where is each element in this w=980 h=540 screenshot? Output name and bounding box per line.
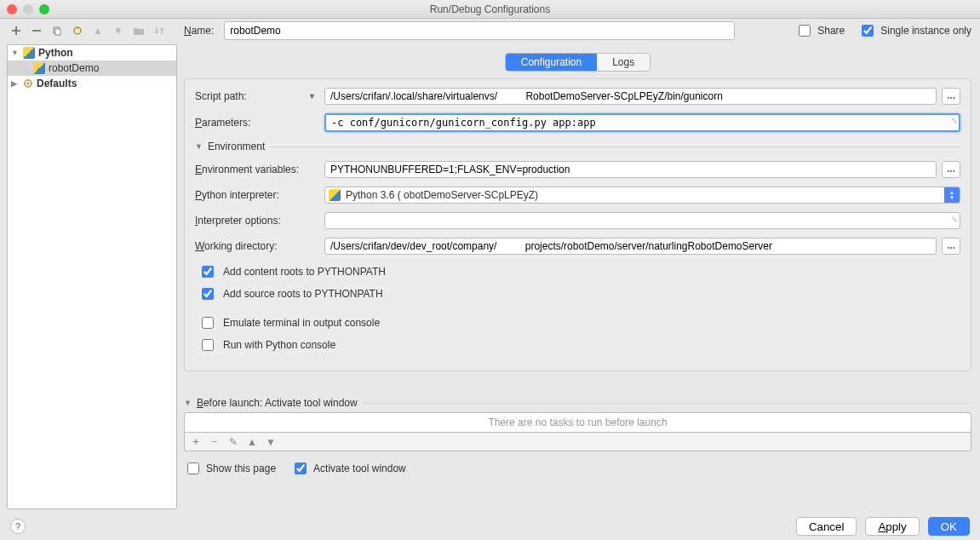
select-arrows-icon: ▲▼ [944, 187, 960, 203]
before-launch-toolbar: ＋ － ✎ ▲ ▼ [184, 433, 971, 451]
add-config-icon[interactable] [9, 23, 24, 38]
working-dir-browse-button[interactable]: ... [942, 238, 960, 255]
single-instance-checkbox[interactable]: Single instance only [858, 22, 971, 39]
share-checkbox-label: Share [817, 25, 845, 37]
add-task-icon[interactable]: ＋ [190, 434, 202, 449]
tree-node-robotdemo[interactable]: robotDemo [8, 60, 176, 76]
chevron-down-icon: ▼ [11, 49, 20, 57]
python-icon [33, 62, 45, 74]
top-toolbar: ▲ ▼ Name: Share Single instance only [0, 19, 980, 43]
script-path-label[interactable]: Script path: ▼ [195, 90, 319, 102]
tab-configuration[interactable]: Configuration [506, 54, 597, 71]
env-vars-input[interactable] [324, 161, 937, 178]
script-path-input[interactable] [324, 88, 937, 105]
tab-logs[interactable]: Logs [597, 54, 650, 71]
tab-bar: Configuration Logs [505, 53, 650, 72]
chevron-down-icon: ▼ [308, 92, 316, 101]
python-icon [23, 47, 35, 59]
name-label: Name: [184, 25, 214, 37]
svg-point-4 [27, 83, 30, 85]
parameters-input[interactable] [324, 113, 960, 132]
working-dir-input[interactable] [324, 238, 937, 255]
help-button[interactable]: ? [10, 519, 26, 534]
chevron-down-icon[interactable]: ▼ [195, 142, 203, 151]
parameters-label: Parameters: [195, 117, 319, 129]
tree-node-label: Python [38, 47, 73, 59]
share-checkbox-input[interactable] [799, 25, 811, 37]
emulate-terminal-checkbox[interactable] [202, 317, 214, 329]
env-vars-label: Environment variables: [195, 164, 319, 175]
tree-node-label: robotDemo [49, 62, 99, 74]
run-python-console-checkbox[interactable] [202, 339, 214, 351]
add-source-roots-checkbox[interactable] [202, 288, 214, 300]
move-up-icon[interactable]: ▲ [246, 436, 258, 448]
show-this-page-label: Show this page [206, 462, 276, 474]
sort-icon[interactable] [152, 23, 167, 38]
add-content-roots-label: Add content roots to PYTHONPATH [223, 266, 386, 278]
script-path-browse-button[interactable]: ... [942, 88, 960, 105]
interpreter-options-input[interactable] [324, 212, 960, 229]
tree-node-python[interactable]: ▼ Python [8, 45, 176, 60]
apply-button[interactable]: Apply [865, 517, 919, 536]
move-down-icon[interactable]: ▼ [111, 23, 126, 38]
window-title: Run/Debug Configurations [0, 3, 980, 15]
copy-config-icon[interactable] [49, 23, 65, 38]
svg-rect-1 [55, 29, 60, 35]
interpreter-options-label: Interpreter options: [195, 215, 319, 227]
edit-task-icon[interactable]: ✎ [227, 436, 239, 448]
chevron-right-icon: ▶ [11, 79, 20, 88]
move-up-icon[interactable]: ▲ [90, 23, 106, 38]
titlebar: Run/Debug Configurations [0, 0, 980, 19]
tree-node-label: Defaults [37, 78, 77, 89]
dialog-footer: ? Cancel Apply OK [0, 513, 980, 540]
before-launch-tasks-list[interactable]: There are no tasks to run before launch [184, 412, 971, 433]
add-source-roots-label: Add source roots to PYTHONPATH [223, 288, 383, 300]
activate-tool-window-checkbox[interactable]: Activate tool window [291, 460, 406, 477]
show-this-page-input[interactable] [187, 462, 199, 474]
share-checkbox[interactable]: Share [795, 22, 845, 39]
single-instance-checkbox-input[interactable] [862, 25, 874, 37]
chevron-down-icon[interactable]: ▼ [184, 399, 192, 407]
show-this-page-checkbox[interactable]: Show this page [184, 460, 276, 477]
environment-section-header: Environment [208, 141, 265, 152]
configuration-form: Script path: ▼ ... Parameters: ▼ Environ… [184, 78, 971, 371]
run-python-console-label: Run with Python console [223, 339, 335, 351]
activate-tool-window-input[interactable] [295, 462, 307, 474]
interpreter-value: Python 3.6 ( obotDemoServer-SCpLPEyZ) [346, 189, 944, 201]
before-launch-header: Before launch: Activate tool window [197, 397, 358, 409]
cancel-button[interactable]: Cancel [796, 517, 857, 536]
remove-config-icon[interactable] [29, 23, 44, 38]
folder-icon[interactable] [131, 23, 146, 38]
python-icon [329, 189, 341, 201]
move-down-icon[interactable]: ▼ [265, 436, 277, 448]
before-launch-empty-text: There are no tasks to run before launch [488, 416, 667, 428]
env-vars-browse-button[interactable]: ... [942, 161, 960, 178]
working-dir-label: Working directory: [195, 240, 319, 252]
config-tree[interactable]: ▼ Python robotDemo ▶ Defaults [7, 44, 177, 509]
single-instance-label: Single instance only [880, 25, 971, 37]
name-input[interactable] [224, 21, 735, 40]
remove-task-icon[interactable]: － [209, 434, 221, 449]
activate-tool-window-label: Activate tool window [313, 462, 406, 474]
emulate-terminal-label: Emulate terminal in output console [223, 317, 380, 329]
ok-button[interactable]: OK [928, 517, 970, 536]
gear-icon [23, 78, 33, 89]
interpreter-label: Python interpreter: [195, 189, 319, 201]
add-content-roots-checkbox[interactable] [202, 266, 214, 278]
save-config-icon[interactable] [70, 23, 85, 38]
tree-node-defaults[interactable]: ▶ Defaults [8, 76, 176, 91]
interpreter-select[interactable]: Python 3.6 ( obotDemoServer-SCpLPEyZ) ▲▼ [324, 187, 960, 204]
